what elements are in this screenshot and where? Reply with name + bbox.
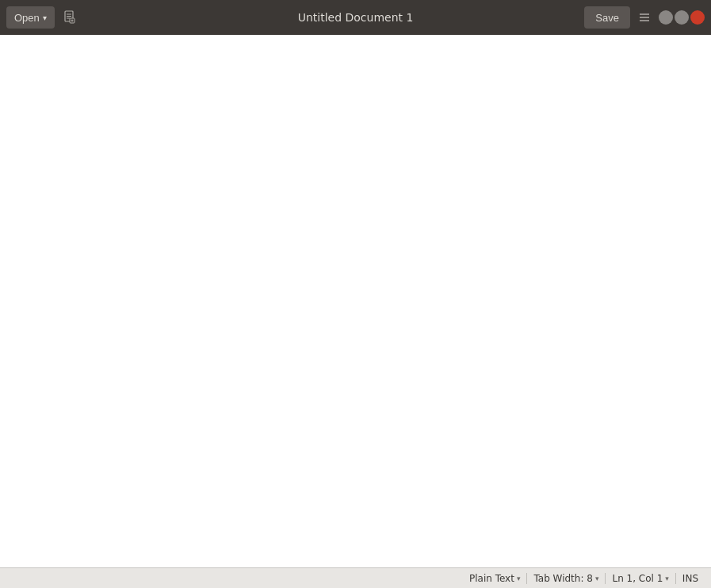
save-button[interactable]: Save <box>584 6 630 29</box>
app-window: Open ▾ Untitled Document 1 Save <box>0 0 711 588</box>
editor-textarea[interactable] <box>0 35 711 567</box>
open-label: Open <box>14 12 40 24</box>
cursor-position-label: Ln 1, Col 1 <box>612 573 663 584</box>
title-bar: Open ▾ Untitled Document 1 Save <box>0 0 711 35</box>
tab-width-label: Tab Width: 8 <box>533 573 592 584</box>
language-label: Plain Text <box>469 573 514 584</box>
insert-mode-label: INS <box>682 573 698 584</box>
menu-button[interactable] <box>633 6 656 29</box>
insert-mode[interactable]: INS <box>676 573 705 584</box>
minimize-button[interactable]: ─ <box>659 10 673 25</box>
language-dropdown-icon: ▾ <box>517 575 521 582</box>
status-bar-right: Plain Text ▾ Tab Width: 8 ▾ Ln 1, Col 1 … <box>463 573 705 584</box>
language-selector[interactable]: Plain Text ▾ <box>463 573 526 584</box>
editor-area <box>0 35 711 567</box>
cursor-position[interactable]: Ln 1, Col 1 ▾ <box>606 573 675 584</box>
title-bar-right: Save ─ □ ✕ <box>584 6 705 29</box>
maximize-button[interactable]: □ <box>675 10 689 25</box>
open-chevron-icon: ▾ <box>43 13 47 22</box>
window-controls: ─ □ ✕ <box>659 10 705 25</box>
title-bar-left: Open ▾ <box>6 6 82 29</box>
window-title: Untitled Document 1 <box>298 11 414 24</box>
doc-icon-button[interactable] <box>58 6 82 29</box>
open-button[interactable]: Open ▾ <box>6 6 55 29</box>
status-bar: Plain Text ▾ Tab Width: 8 ▾ Ln 1, Col 1 … <box>0 567 711 588</box>
close-button[interactable]: ✕ <box>690 10 705 25</box>
cursor-dropdown-icon: ▾ <box>665 575 669 582</box>
tab-width-selector[interactable]: Tab Width: 8 ▾ <box>527 573 605 584</box>
document-icon <box>63 10 77 25</box>
hamburger-icon <box>638 11 651 24</box>
tab-width-dropdown-icon: ▾ <box>595 575 599 582</box>
